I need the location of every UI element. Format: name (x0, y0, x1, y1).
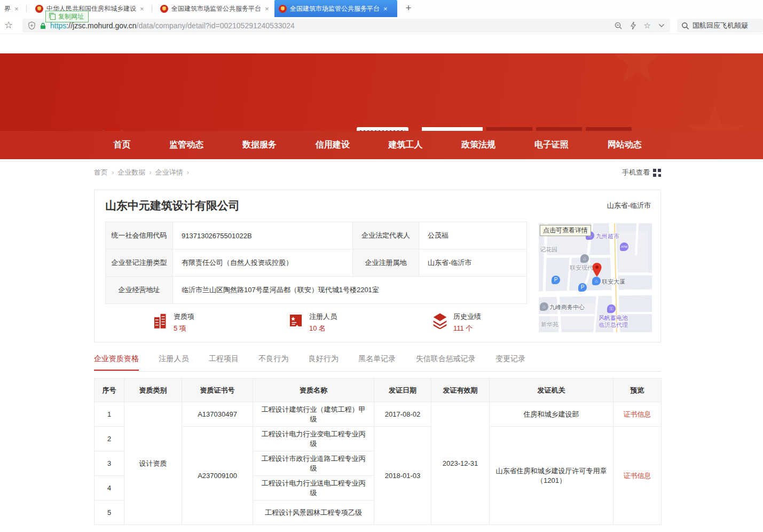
info-label: 企业法定代表人 (353, 222, 419, 249)
col-header: 发证日期 (374, 379, 431, 402)
row-no: 4 (95, 476, 124, 500)
certificate-info-link[interactable]: 证书信息 (624, 472, 651, 480)
row-no: 5 (95, 500, 124, 525)
copy-url-tooltip[interactable]: 复制网址 (45, 11, 89, 22)
browser-tab-0[interactable]: 界 × (0, 0, 27, 17)
issue-date: 2018-01-03 (374, 427, 431, 525)
tab-dishonesty[interactable]: 失信联合惩戒记录 (416, 354, 476, 370)
qualification-name: 工程设计电力行业变电工程专业丙级 (253, 427, 374, 451)
tab-good-behavior[interactable]: 良好行为 (309, 354, 339, 370)
col-header: 发证有效期 (431, 379, 490, 402)
qualification-name: 工程设计建筑行业（建筑工程）甲级 (253, 402, 374, 427)
cert-no: A137030497 (182, 402, 253, 427)
close-icon[interactable]: × (383, 5, 388, 13)
breadcrumb-company-detail[interactable]: 企业详情 (155, 168, 183, 176)
col-header: 资质名称 (253, 379, 374, 402)
nav-policy[interactable]: 政策法规 (461, 139, 495, 151)
stat-performance[interactable]: 历史业绩111 个 (432, 312, 481, 333)
close-icon[interactable]: × (140, 5, 144, 13)
company-stats: 资质项5 项 注册人员10 名 历史业绩111 个 (105, 312, 526, 338)
certificate-info-link[interactable]: 证书信息 (624, 410, 651, 418)
search-tab-project[interactable]: 建设项目 (536, 127, 582, 131)
company-info-table: 统一社会信用代码 91371302675501022B 企业法定代表人 公茂福 … (105, 222, 527, 304)
nav-data-service[interactable]: 数据服务 (242, 139, 277, 151)
stat-value: 5 项 (174, 324, 194, 333)
search-tab-credit[interactable]: 诚信记录 (586, 127, 632, 131)
col-header: 序号 (95, 379, 124, 402)
col-header: 资质证书号 (182, 379, 253, 402)
page: 界 × 中华人民共和国住房和城乡建设 × 全国建筑市场监管公共服务平台 × 全国… (0, 0, 763, 532)
col-header: 发证机关 (490, 379, 613, 402)
business-address-value: 临沂市兰山区陶然路107号星河晶都（联安）现代城1号楼2201室 (173, 277, 527, 304)
tab-blacklist[interactable]: 黑名单记录 (358, 354, 396, 370)
tab-projects[interactable]: 工程项目 (209, 354, 239, 370)
mobile-view-link[interactable]: 手机查看 (622, 168, 661, 177)
emblem-favicon-icon (160, 5, 168, 13)
map-label: 九州超市 (596, 232, 619, 240)
mobile-view-label: 手机查看 (622, 168, 650, 177)
detail-section-tabs: 企业资质资格 注册人员 工程项目 不良行为 良好行为 黑名单记录 失信联合惩戒记… (94, 354, 661, 372)
url-bar-actions: ☆ (614, 21, 665, 30)
breadcrumb-home[interactable]: 首页 (94, 168, 108, 176)
info-label: 统一社会信用代码 (106, 222, 173, 249)
flash-save-icon[interactable] (630, 21, 636, 30)
breadcrumb-company-data[interactable]: 企业数据 (117, 168, 145, 176)
qualification-name: 工程设计电力行业送电工程专业丙级 (253, 476, 374, 500)
table-row: 企业经营地址 临沂市兰山区陶然路107号星河晶都（联安）现代城1号楼2201室 (106, 277, 527, 304)
nav-credit[interactable]: 信用建设 (316, 139, 350, 151)
site-header: 中华人民共和国住房和城乡建设部www.mohurd.gov.cn 全国建筑市场监… (0, 53, 763, 131)
close-icon[interactable]: × (14, 5, 19, 13)
tab-bad-behavior[interactable]: 不良行为 (258, 354, 288, 370)
map-pin-icon (592, 263, 602, 277)
stat-registered-personnel[interactable]: 注册人员10 名 (288, 312, 337, 333)
stat-value: 10 名 (309, 324, 337, 333)
chevron-down-icon[interactable] (658, 24, 665, 28)
business-map-icon: ⌂ (540, 302, 548, 311)
qr-code-icon (653, 169, 661, 177)
browser-search-box[interactable]: 国航回应飞机颠簸 (677, 19, 763, 33)
qualification-category: 设计资质 (124, 402, 182, 525)
main-nav: 首页 监管动态 数据服务 信用建设 建筑工人 政策法规 电子证照 网站动态 (0, 131, 763, 159)
search-tab-personnel[interactable]: 从业人员 (486, 127, 532, 131)
close-icon[interactable]: × (265, 5, 269, 13)
bookmark-star-icon[interactable]: ☆ (4, 19, 13, 31)
emblem-favicon-icon (35, 5, 43, 13)
location-map[interactable]: 点击可查看详情 ⌂ 九州超市 ATM 记花园 ⌂ 联安现代城 P P ⌂ 联安大… (539, 223, 652, 332)
tab-qualifications[interactable]: 企业资质资格 (94, 354, 139, 371)
row-no: 1 (95, 402, 124, 427)
zoom-out-icon[interactable] (614, 21, 623, 30)
issuing-authority: 山东省住房和城乡建设厅许可专用章（1201） (490, 427, 613, 525)
layers-icon (432, 312, 448, 329)
info-label: 企业登记注册类型 (106, 249, 173, 277)
nav-supervision[interactable]: 监管动态 (169, 139, 203, 151)
tab-registered-personnel[interactable]: 注册人员 (159, 354, 188, 370)
tab-title: 全国建筑市场监管公共服务平台 (171, 4, 261, 13)
company-region: 山东省-临沂市 (607, 201, 651, 210)
registered-region-value: 山东省-临沂市 (419, 249, 527, 277)
qualification-name: 工程设计风景园林工程专项乙级 (253, 500, 374, 525)
map-label: 记花园 (540, 246, 557, 254)
company-name: 山东中元建筑设计有限公司 (105, 198, 240, 213)
header-qr-code: S (357, 127, 408, 131)
stat-qualifications[interactable]: 资质项5 项 (152, 312, 194, 333)
address-field[interactable]: https://jzsc.mohurd.gov.cn/data/company/… (22, 19, 670, 33)
browser-tab-active[interactable]: 全国建筑市场监管公共服务平台 × (274, 0, 397, 17)
search-tab-enterprise[interactable]: 建设工程企业 (422, 127, 483, 131)
qualification-table: 序号 资质类别 资质证书号 资质名称 发证日期 发证有效期 发证机关 预览 1 … (94, 378, 662, 525)
browser-tab-2[interactable]: 全国建筑市场监管公共服务平台 × (156, 0, 273, 17)
qualification-name: 工程设计市政行业道路工程专业丙级 (253, 451, 374, 476)
flag-star-decoration (683, 101, 747, 131)
nav-workers[interactable]: 建筑工人 (388, 139, 422, 151)
nav-home[interactable]: 首页 (113, 139, 130, 151)
table-row: 企业登记注册类型 有限责任公司（自然人投资或控股） 企业注册属地 山东省-临沂市 (106, 249, 527, 277)
new-tab-button[interactable]: + (402, 2, 415, 15)
tab-changes[interactable]: 变更记录 (495, 354, 525, 370)
browser-url-bar: ☆ https://jzsc.mohurd.gov.cn/data/compan… (0, 17, 763, 34)
nav-site-news[interactable]: 网站动态 (608, 139, 642, 151)
building-map-icon: ⌂ (580, 254, 589, 263)
favorite-star-icon[interactable]: ☆ (644, 21, 651, 30)
tab-title: 界 (4, 4, 11, 13)
stat-label: 资质项 (174, 312, 194, 322)
row-no: 2 (95, 427, 124, 451)
nav-e-cert[interactable]: 电子证照 (534, 139, 569, 151)
